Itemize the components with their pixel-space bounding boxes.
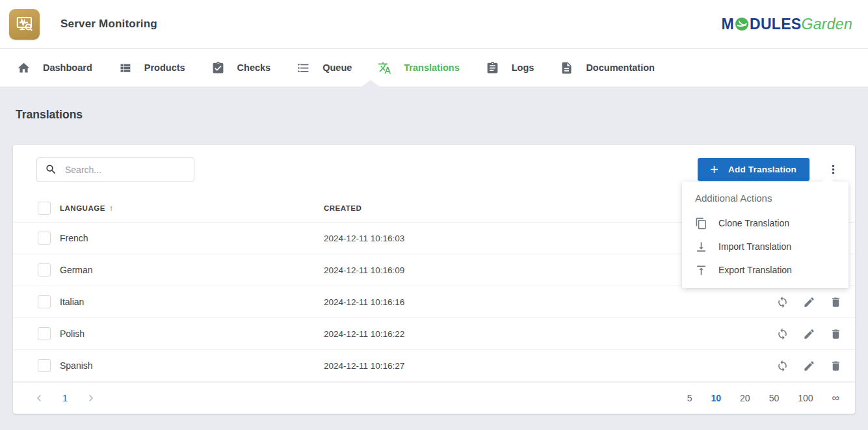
delete-icon[interactable] (830, 296, 842, 308)
view-list-icon (118, 61, 132, 75)
cell-language: German (60, 265, 324, 275)
page-title: Translations (16, 108, 855, 122)
nav-label: Translations (404, 62, 459, 73)
menu-item-import-translation[interactable]: Import Translation (682, 235, 848, 258)
page-size-50[interactable]: 50 (769, 393, 780, 403)
cell-created: 2024-12-11 10:16:27 (324, 361, 750, 371)
page-size-5[interactable]: 5 (687, 393, 692, 403)
row-checkbox[interactable] (38, 327, 51, 340)
page-number[interactable]: 1 (59, 393, 72, 403)
page-size-100[interactable]: 100 (798, 393, 813, 403)
cell-language: Italian (60, 297, 324, 307)
row-actions (750, 328, 842, 340)
column-header-language[interactable]: LANGUAGE ↑ (60, 203, 324, 213)
add-translation-label: Add Translation (728, 165, 796, 174)
nav-label: Logs (512, 62, 534, 73)
previous-page-button[interactable] (33, 392, 46, 405)
menu-item-clone-translation[interactable]: Clone Translation (682, 211, 848, 235)
row-checkbox[interactable] (38, 295, 51, 308)
chevron-left-icon (33, 392, 46, 405)
screen: Server Monitoring M DULES Garden Dashboa… (0, 0, 868, 430)
table-row: Italian 2024-12-11 10:16:16 (13, 286, 855, 318)
sync-icon[interactable] (776, 360, 789, 372)
column-label: LANGUAGE (60, 204, 105, 212)
app-title: Server Monitoring (60, 18, 157, 31)
modulesgarden-logo: M DULES Garden (722, 16, 852, 33)
nav-item-translations[interactable]: Translations (365, 49, 472, 87)
delete-icon[interactable] (830, 360, 842, 372)
menu-item-label: Clone Translation (718, 218, 789, 228)
delete-icon[interactable] (830, 328, 842, 340)
server-monitoring-app-icon (9, 9, 40, 40)
monitor-heartbeat-icon (15, 14, 34, 34)
row-checkbox[interactable] (38, 263, 51, 276)
main-content: Translations Add Translation (0, 108, 868, 414)
nav-item-queue[interactable]: Queue (283, 49, 365, 87)
more-vertical-icon (826, 163, 840, 176)
clone-icon (695, 217, 707, 230)
menu-item-export-translation[interactable]: Export Translation (682, 258, 848, 282)
cell-language: Spanish (60, 360, 324, 371)
table-row: Spanish 2024-12-11 10:16:27 (13, 350, 855, 382)
import-icon (695, 241, 707, 253)
search-input[interactable] (65, 165, 186, 175)
edit-icon[interactable] (803, 296, 815, 308)
row-checkbox[interactable] (38, 232, 51, 245)
page-size-10[interactable]: 10 (711, 393, 722, 403)
logo-text-garden: Garden (801, 16, 852, 33)
main-nav: Dashboard Products Checks Queue Translat… (0, 49, 868, 87)
nav-item-products[interactable]: Products (105, 49, 198, 87)
clipboard-check-icon (211, 61, 225, 75)
menu-item-label: Export Translation (718, 265, 792, 275)
chevron-right-icon (85, 392, 98, 405)
nav-item-checks[interactable]: Checks (198, 49, 284, 87)
edit-icon[interactable] (803, 328, 815, 340)
menu-notch (822, 176, 834, 181)
export-icon (695, 264, 707, 276)
nav-label: Products (144, 62, 185, 73)
bulleted-list-icon (296, 61, 310, 75)
page-size-options: 5 10 20 50 100 ∞ (687, 392, 839, 404)
edit-icon[interactable] (803, 360, 815, 372)
nav-label: Checks (237, 62, 271, 73)
menu-title: Additional Actions (682, 193, 848, 211)
next-page-button[interactable] (85, 392, 98, 405)
globe-icon (735, 17, 749, 31)
table-footer: 1 5 10 20 50 100 ∞ (13, 382, 855, 414)
clipboard-list-icon (486, 61, 499, 75)
row-actions (750, 296, 842, 308)
row-actions (750, 360, 842, 372)
app-header: Server Monitoring M DULES Garden (0, 0, 868, 49)
menu-item-label: Import Translation (718, 241, 791, 252)
add-translation-button[interactable]: Add Translation (698, 158, 809, 181)
cell-created: 2024-12-11 10:16:22 (324, 329, 750, 339)
cell-language: French (60, 233, 324, 243)
sync-icon[interactable] (776, 296, 789, 308)
additional-actions-menu: Additional Actions Clone Translation Imp… (682, 181, 848, 288)
sync-icon[interactable] (776, 328, 789, 340)
nav-label: Dashboard (43, 62, 92, 73)
nav-label: Queue (322, 62, 352, 73)
page-size-20[interactable]: 20 (740, 393, 750, 403)
document-icon (560, 61, 573, 75)
search-icon (45, 163, 57, 176)
pager: 1 (33, 392, 98, 405)
logo-text-m: M (722, 16, 734, 33)
table-row: Polish 2024-12-11 10:16:22 (13, 318, 855, 350)
sort-ascending-icon: ↑ (109, 203, 114, 213)
nav-label: Documentation (586, 62, 655, 73)
translations-card: Add Translation LANGUAGE ↑ CREATED (13, 145, 855, 414)
nav-item-logs[interactable]: Logs (473, 49, 547, 87)
active-tab-notch (362, 80, 380, 87)
plus-icon (708, 163, 720, 176)
cell-language: Polish (60, 329, 324, 339)
logo-text-dules: DULES (750, 16, 801, 33)
column-label: CREATED (324, 204, 362, 212)
nav-item-dashboard[interactable]: Dashboard (4, 49, 105, 87)
home-icon (17, 61, 31, 75)
row-checkbox[interactable] (38, 359, 51, 372)
page-size-unlimited[interactable]: ∞ (832, 392, 839, 404)
select-all-checkbox[interactable] (38, 202, 51, 215)
nav-item-documentation[interactable]: Documentation (547, 49, 668, 87)
cell-created: 2024-12-11 10:16:16 (324, 297, 750, 307)
